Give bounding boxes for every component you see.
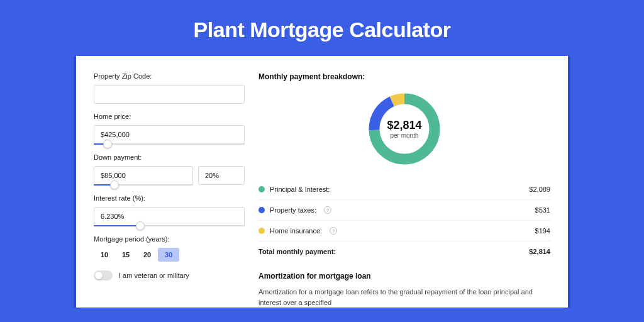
price-group: Home price:: [94, 113, 245, 145]
legend-label: Principal & Interest:: [270, 186, 330, 193]
info-icon[interactable]: ?: [330, 227, 337, 235]
down-percent-input[interactable]: [198, 166, 245, 185]
price-slider-thumb[interactable]: [103, 140, 112, 148]
legend-total-row: Total monthly payment:$2,814: [258, 242, 550, 262]
amortization-title: Amortization for mortgage loan: [258, 272, 550, 280]
legend-value: $2,089: [529, 186, 550, 193]
period-label: Mortgage period (years):: [94, 235, 245, 243]
page-title: Plant Mortgage Calculator: [0, 18, 644, 42]
legend-dot-icon: [258, 207, 265, 213]
period-group: Mortgage period (years): 10152030: [94, 235, 245, 262]
legend-dot-icon: [258, 228, 265, 234]
period-options: 10152030: [94, 248, 245, 262]
calculator-panel: Property Zip Code: Home price: Down paym…: [76, 56, 568, 308]
zip-group: Property Zip Code:: [94, 72, 245, 104]
period-option-20[interactable]: 20: [136, 248, 158, 262]
veteran-row: I am veteran or military: [94, 270, 245, 280]
legend-row-1: Property taxes:?$531: [258, 200, 550, 221]
down-slider-thumb[interactable]: [110, 180, 119, 189]
down-amount-input[interactable]: [94, 166, 193, 185]
donut-amount: $2,814: [387, 119, 421, 132]
legend-label: Property taxes:: [270, 206, 316, 214]
period-option-15[interactable]: 15: [115, 248, 136, 262]
legend-row-0: Principal & Interest:$2,089: [258, 179, 550, 200]
down-slider[interactable]: [94, 184, 193, 186]
veteran-label: I am veteran or military: [119, 272, 189, 279]
donut-chart-wrap: $2,814 per month: [258, 90, 550, 168]
price-slider[interactable]: [94, 143, 245, 145]
rate-input[interactable]: [94, 207, 245, 226]
period-option-30[interactable]: 30: [158, 248, 179, 262]
rate-label: Interest rate (%):: [94, 194, 245, 202]
hero: Plant Mortgage Calculator: [0, 0, 644, 56]
legend-row-2: Home insurance:?$194: [258, 221, 550, 242]
legend-value: $531: [535, 206, 550, 214]
veteran-toggle[interactable]: [94, 270, 113, 280]
donut-subtext: per month: [390, 132, 418, 139]
zip-input[interactable]: [94, 85, 245, 104]
legend-dot-icon: [258, 186, 265, 192]
breakdown-column: Monthly payment breakdown: $2,814 per mo…: [258, 72, 550, 308]
price-input[interactable]: [94, 125, 245, 144]
down-group: Down payment:: [94, 153, 245, 186]
rate-group: Interest rate (%):: [94, 194, 245, 226]
donut-chart: $2,814 per month: [365, 90, 443, 168]
legend-label: Home insurance:: [270, 227, 322, 235]
rate-slider-thumb[interactable]: [136, 221, 145, 230]
down-label: Down payment:: [94, 153, 245, 161]
amortization-body: Amortization for a mortgage loan refers …: [258, 287, 550, 308]
legend: Principal & Interest:$2,089Property taxe…: [258, 179, 550, 262]
zip-label: Property Zip Code:: [94, 72, 245, 80]
info-icon[interactable]: ?: [324, 206, 331, 214]
legend-value: $194: [535, 227, 550, 235]
breakdown-title: Monthly payment breakdown:: [258, 72, 550, 81]
price-label: Home price:: [94, 113, 245, 120]
period-option-10[interactable]: 10: [94, 248, 115, 262]
total-label: Total monthly payment:: [258, 248, 336, 255]
inputs-column: Property Zip Code: Home price: Down paym…: [94, 72, 245, 308]
panel-shadow: Property Zip Code: Home price: Down paym…: [74, 56, 570, 308]
rate-slider[interactable]: [94, 225, 245, 226]
total-value: $2,814: [529, 248, 550, 255]
